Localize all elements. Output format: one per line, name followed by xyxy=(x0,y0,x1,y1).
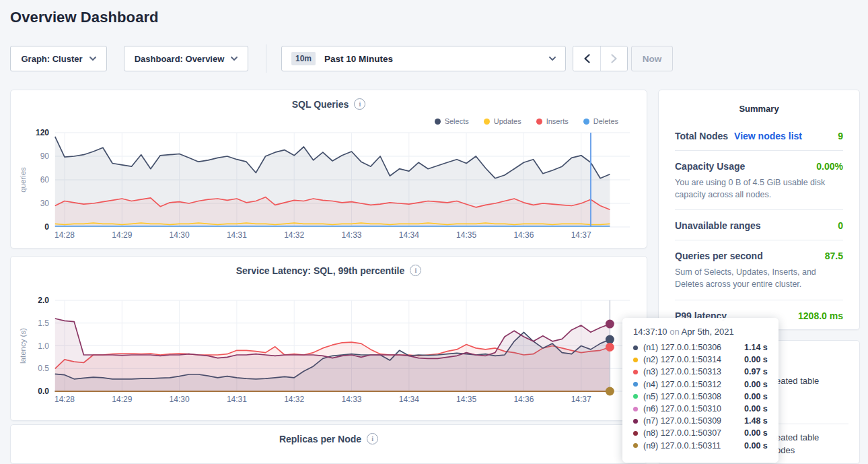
time-stepper xyxy=(573,46,628,71)
svg-text:14:34: 14:34 xyxy=(399,395,419,404)
svg-text:1.5: 1.5 xyxy=(38,319,49,328)
series-dot-icon xyxy=(633,394,638,399)
svg-text:30: 30 xyxy=(40,199,50,208)
tooltip-node-row: (n6) 127.0.0.1:50310 0.00 s xyxy=(633,403,768,415)
series-dot-icon xyxy=(633,382,638,387)
series-dot-icon xyxy=(633,419,638,424)
svg-text:14:30: 14:30 xyxy=(170,230,190,240)
tooltip-node-value: 0.00 s xyxy=(744,355,768,364)
svg-text:14:36: 14:36 xyxy=(513,230,534,240)
summary-row-total-nodes: Total Nodes View nodes list 9 xyxy=(675,121,843,150)
svg-text:14:34: 14:34 xyxy=(399,230,419,240)
svg-text:0: 0 xyxy=(44,222,49,232)
tooltip-node-row: (n2) 127.0.0.1:50314 0.00 s xyxy=(633,354,768,366)
svg-text:0.5: 0.5 xyxy=(38,364,49,373)
summary-row-capacity: Capacity Usage 0.00% You are using 0 B o… xyxy=(675,150,843,209)
series-dot-icon xyxy=(633,443,638,448)
replicas-per-node-card: Replicas per Node i xyxy=(10,424,647,464)
svg-text:14:36: 14:36 xyxy=(513,395,534,404)
chevron-right-icon xyxy=(611,54,617,63)
series-dot-icon xyxy=(633,358,638,362)
svg-text:14:32: 14:32 xyxy=(284,230,304,240)
summary-panel: Summary Total Nodes View nodes list 9 Ca… xyxy=(658,90,860,330)
total-nodes-value: 9 xyxy=(838,131,843,141)
svg-text:14:32: 14:32 xyxy=(284,395,304,404)
chevron-left-icon xyxy=(584,54,590,63)
svg-text:latency (s): latency (s) xyxy=(19,328,27,364)
service-latency-chart[interactable]: 0.00.51.01.52.014:2814:2914:3014:3114:32… xyxy=(11,257,648,422)
svg-text:1.0: 1.0 xyxy=(38,341,49,351)
tooltip-node-value: 1.14 s xyxy=(744,343,768,352)
time-next-button[interactable] xyxy=(600,46,627,71)
tooltip-node-label: (n1) 127.0.0.1:50306 xyxy=(643,343,744,352)
tooltip-timestamp: 14:37:10 on Apr 5th, 2021 xyxy=(633,327,768,337)
view-nodes-list-link[interactable]: View nodes list xyxy=(734,131,802,141)
svg-text:14:28: 14:28 xyxy=(55,395,75,404)
summary-row-qps: Queries per second 87.5 Sum of Selects, … xyxy=(675,240,843,299)
service-latency-card: Service Latency: SQL, 99th percentile i … xyxy=(10,256,647,421)
time-range-label: Past 10 Minutes xyxy=(324,54,393,64)
series-dot-icon xyxy=(633,407,638,411)
chevron-down-icon xyxy=(231,57,238,61)
graph-dropdown-label: Graph: Cluster xyxy=(21,54,82,64)
tooltip-node-label: (n7) 127.0.0.1:50309 xyxy=(643,416,744,426)
summary-row-unavailable: Unavailable ranges 0 xyxy=(675,209,843,240)
qps-desc: Sum of Selects, Updates, Inserts, and De… xyxy=(675,266,843,290)
svg-text:14:35: 14:35 xyxy=(456,395,476,404)
tooltip-node-value: 0.00 s xyxy=(744,392,768,401)
unavailable-ranges-label: Unavailable ranges xyxy=(675,220,761,231)
svg-text:14:30: 14:30 xyxy=(170,395,190,404)
qps-label: Queries per second xyxy=(675,251,763,261)
event-item-fragment[interactable]: eated table xyxy=(776,376,819,386)
tooltip-node-label: (n9) 127.0.0.1:50311 xyxy=(643,441,744,451)
capacity-usage-label: Capacity Usage xyxy=(675,161,745,172)
replicas-per-node-title: Replicas per Node xyxy=(279,434,361,444)
svg-text:14:37: 14:37 xyxy=(571,395,591,404)
graph-dropdown[interactable]: Graph: Cluster xyxy=(10,46,107,71)
event-item-fragment[interactable]: eated table xyxy=(776,432,819,442)
tooltip-node-row: (n4) 127.0.0.1:50312 0.00 s xyxy=(633,378,768,391)
svg-text:14:29: 14:29 xyxy=(112,395,132,404)
tooltip-node-row: (n7) 127.0.0.1:50309 1.48 s xyxy=(633,415,768,427)
summary-title: Summary xyxy=(659,90,859,114)
svg-text:0.0: 0.0 xyxy=(38,387,49,396)
tooltip-node-label: (n3) 127.0.0.1:50313 xyxy=(643,367,744,376)
tooltip-node-row: (n3) 127.0.0.1:50313 0.97 s xyxy=(633,366,768,378)
svg-text:14:31: 14:31 xyxy=(227,395,247,404)
tooltip-node-value: 0.00 s xyxy=(744,380,768,389)
time-range-picker[interactable]: 10m Past 10 Minutes xyxy=(281,46,566,71)
overview-dashboard-page: Overview Dashboard Graph: Cluster Dashbo… xyxy=(0,0,868,464)
tooltip-node-value: 0.97 s xyxy=(744,367,768,376)
info-icon[interactable]: i xyxy=(367,433,378,444)
tooltip-node-label: (n2) 127.0.0.1:50314 xyxy=(643,355,744,364)
dashboard-dropdown-label: Dashboard: Overview xyxy=(135,54,225,64)
svg-text:14:28: 14:28 xyxy=(55,230,75,240)
p99-latency-value: 1208.0 ms xyxy=(798,310,843,321)
tooltip-node-value: 0.00 s xyxy=(744,428,768,438)
svg-text:2.0: 2.0 xyxy=(38,296,49,305)
tooltip-node-label: (n8) 127.0.0.1:50307 xyxy=(643,428,744,438)
series-dot-icon xyxy=(633,345,638,350)
tooltip-node-row: (n1) 127.0.0.1:50306 1.14 s xyxy=(633,341,768,354)
now-button[interactable]: Now xyxy=(631,46,673,71)
sql-queries-card: SQL Queries i SelectsUpdatesInsertsDelet… xyxy=(10,90,647,248)
svg-text:queries: queries xyxy=(19,167,27,193)
total-nodes-label: Total Nodes xyxy=(675,131,728,141)
capacity-usage-desc: You are using 0 B of 4.5 GiB usable disk… xyxy=(675,176,843,201)
chevron-down-icon xyxy=(549,57,556,61)
svg-text:14:33: 14:33 xyxy=(341,230,361,240)
sql-queries-chart[interactable]: 030609012014:2814:2914:3014:3114:3214:33… xyxy=(11,90,648,249)
chart-hover-tooltip: 14:37:10 on Apr 5th, 2021 (n1) 127.0.0.1… xyxy=(622,318,779,463)
event-item-fragment[interactable]: odes xyxy=(776,445,795,455)
svg-text:90: 90 xyxy=(40,152,50,161)
tooltip-node-value: 0.00 s xyxy=(744,404,768,413)
time-prev-button[interactable] xyxy=(573,46,600,71)
svg-text:14:31: 14:31 xyxy=(227,230,247,240)
svg-text:120: 120 xyxy=(36,128,49,137)
tooltip-node-row: (n8) 127.0.0.1:50307 0.00 s xyxy=(633,427,768,439)
page-title: Overview Dashboard xyxy=(10,9,159,26)
dashboard-dropdown[interactable]: Dashboard: Overview xyxy=(124,46,248,71)
toolbar-divider xyxy=(266,44,266,73)
tooltip-node-row: (n9) 127.0.0.1:50311 0.00 s xyxy=(633,440,768,452)
series-dot-icon xyxy=(633,370,638,374)
